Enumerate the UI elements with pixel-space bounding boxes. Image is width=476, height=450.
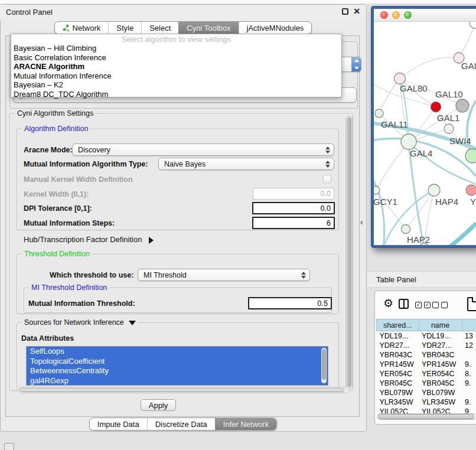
- which-threshold-combo[interactable]: MI Threshold: [138, 269, 310, 281]
- table-cell: 13: [462, 331, 476, 341]
- attribute-list-item[interactable]: gal4RGexp: [27, 376, 328, 386]
- network-node-label: SWI4: [449, 136, 471, 146]
- tab-select[interactable]: Select: [141, 22, 178, 34]
- tab-jactivemnodules[interactable]: jActiveMNodules: [239, 22, 312, 34]
- combo-stepper-icon: [351, 57, 361, 71]
- threshold-definition-title: Threshold Definition: [22, 250, 92, 258]
- checked-pair-icon[interactable]: ✓ ✓: [415, 302, 431, 308]
- column-header[interactable]: [462, 319, 476, 331]
- columns-icon[interactable]: [399, 299, 409, 309]
- attribute-list-item[interactable]: BetweennessCentrality: [27, 366, 328, 376]
- network-node[interactable]: [402, 225, 410, 234]
- aracne-mode-label: Aracne Mode:: [24, 146, 73, 154]
- network-node[interactable]: [465, 149, 476, 163]
- list-vertical-scrollbar[interactable]: [321, 348, 327, 383]
- collapse-arrow-icon: [129, 321, 136, 325]
- network-edge[interactable]: [440, 223, 476, 245]
- network-node[interactable]: [375, 109, 383, 118]
- node-attribute-table[interactable]: shared...name YDL19...YDL19...13YDR27...…: [376, 319, 476, 416]
- mi-threshold-field[interactable]: 0.5: [248, 297, 332, 309]
- algorithm-option[interactable]: Bayesian – Hill Climbing: [11, 44, 341, 53]
- algorithm-dropdown-list: Bayesian – Hill ClimbingBasic Correlatio…: [11, 44, 341, 99]
- tab-discretize-data[interactable]: Discretize Data: [147, 418, 215, 430]
- dpi-tolerance-field[interactable]: 0.0: [252, 202, 335, 214]
- float-window-icon[interactable]: [342, 8, 348, 15]
- minimize-traffic-light-icon[interactable]: [392, 11, 400, 19]
- table-row[interactable]: YLR345WYLR345W9.: [377, 397, 476, 407]
- table-row[interactable]: YDL19...YDL19...13: [377, 331, 476, 341]
- algorithm-option[interactable]: Basic Correlation Inference: [11, 53, 341, 63]
- kernel-width-label: Kernel Width (0,1):: [24, 190, 89, 198]
- table-cell: YBL079W: [377, 388, 419, 397]
- close-traffic-light-icon[interactable]: [380, 11, 388, 19]
- network-node[interactable]: [395, 73, 406, 84]
- table-cell: YPR145W: [419, 360, 462, 369]
- attribute-list-item[interactable]: TopologicalCoefficient: [27, 357, 328, 367]
- aracne-mode-value: Discovery: [78, 146, 110, 154]
- unchecked-pair-icon[interactable]: [432, 302, 448, 308]
- settings-vertical-scrollbar[interactable]: [345, 116, 353, 389]
- mi-type-combo[interactable]: Naive Bayes: [158, 158, 334, 170]
- settings-horizontal-scrollbar[interactable]: [18, 387, 350, 393]
- table-cell: [462, 350, 476, 360]
- column-header[interactable]: name: [419, 319, 462, 331]
- network-node-label: GAL10: [435, 89, 463, 99]
- mi-steps-field[interactable]: 6: [252, 217, 335, 229]
- tab-impute-data[interactable]: Impute Data: [90, 418, 147, 430]
- outer-top-strip: [0, 0, 476, 4]
- algorithm-option[interactable]: Dream8 DC_TDC Algorithm: [11, 90, 341, 99]
- network-canvas[interactable]: GALGAL80GAL10GAL1GAL11GAL4SWI4GCY1HAP4YH…: [374, 22, 476, 245]
- minimized-panel-icon[interactable]: [4, 443, 14, 450]
- expand-arrow-icon: [149, 237, 154, 244]
- tab-infer-network[interactable]: Infer Network: [215, 418, 276, 430]
- cyni-bottom-tabbar: Impute DataDiscretize DataInfer Network: [0, 418, 366, 431]
- table-cell: YDR27...: [419, 341, 462, 350]
- network-node[interactable]: [374, 186, 380, 194]
- apply-button[interactable]: Apply: [141, 399, 176, 411]
- close-icon[interactable]: ✕: [353, 8, 360, 15]
- table-row[interactable]: YPR145WYPR145W9.: [377, 360, 476, 369]
- tab-network[interactable]: Network: [55, 22, 109, 34]
- sources-group-title[interactable]: Sources for Network Inference: [22, 318, 138, 327]
- network-node[interactable]: [431, 102, 441, 112]
- table-row[interactable]: YDR27...YDR27...12: [377, 341, 476, 350]
- splitter-collapse-icon[interactable]: [360, 220, 363, 225]
- network-edge[interactable]: [400, 57, 459, 79]
- tab-label: Style: [116, 22, 133, 34]
- table-row[interactable]: YBL079WYBL079W: [377, 388, 476, 397]
- hub-section-header[interactable]: Hub/Transcription Factor Definition: [24, 235, 154, 244]
- table-row[interactable]: YBR045CYBR045C9.: [377, 379, 476, 388]
- network-node[interactable]: [401, 134, 416, 149]
- document-icon[interactable]: [467, 297, 476, 311]
- algorithm-dropdown-popup: Select algorithm to view settings Bayesi…: [11, 34, 342, 97]
- network-node[interactable]: [428, 184, 440, 196]
- combo-stepper-icon: [301, 272, 306, 279]
- tab-cyni-toolbox[interactable]: Cyni Toolbox: [178, 22, 238, 34]
- table-cell: YBR045C: [377, 379, 419, 388]
- network-edge[interactable]: [376, 142, 409, 190]
- tab-label: jActiveMNodules: [247, 22, 304, 34]
- mi-steps-label: Mutual Information Steps:: [24, 219, 115, 227]
- table-row[interactable]: YER054CYER054C8.: [377, 369, 476, 379]
- algorithm-option[interactable]: Bayesian – K2: [11, 80, 341, 90]
- aracne-mode-combo[interactable]: Discovery: [72, 144, 334, 156]
- attribute-list-item[interactable]: SelfLoops: [27, 347, 328, 357]
- network-node[interactable]: [470, 22, 476, 28]
- algorithm-option[interactable]: ARACNE Algorithm: [11, 62, 341, 71]
- table-row[interactable]: YBR043CYBR043C: [377, 350, 476, 360]
- table-panel-title: Table Panel: [367, 275, 416, 284]
- zoom-traffic-light-icon[interactable]: [404, 11, 412, 19]
- table-cell: YBR045C: [419, 379, 462, 388]
- tab-style[interactable]: Style: [108, 22, 141, 34]
- column-header[interactable]: shared...: [377, 319, 419, 331]
- which-threshold-label: Which threshold to use:: [50, 271, 133, 279]
- network-node[interactable]: [444, 124, 454, 133]
- network-edge[interactable]: [379, 79, 400, 113]
- table-horizontal-scrollbar[interactable]: [377, 413, 476, 420]
- network-node[interactable]: [456, 99, 469, 112]
- data-attributes-list[interactable]: SelfLoopsTopologicalCoefficientBetweenne…: [26, 346, 328, 386]
- algorithm-option[interactable]: Mutual Information Inference: [11, 71, 341, 81]
- network-node[interactable]: [466, 185, 476, 195]
- gear-icon[interactable]: ⚙: [383, 298, 393, 309]
- network-tab-icon: [63, 24, 70, 32]
